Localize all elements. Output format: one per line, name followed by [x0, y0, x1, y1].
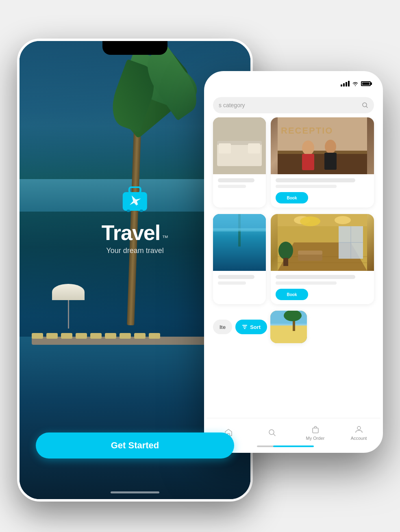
- beach-scene: [270, 311, 307, 343]
- account-label: Account: [351, 436, 367, 441]
- card-title-bar-3: [218, 275, 254, 279]
- svg-point-48: [357, 426, 361, 430]
- book-button-2[interactable]: Book: [276, 289, 308, 300]
- app-tagline: Your dream travel: [106, 247, 163, 255]
- svg-text:RECEPTIO: RECEPTIO: [281, 125, 333, 136]
- reception-scene: RECEPTIO: [271, 117, 374, 174]
- svg-rect-18: [324, 153, 337, 170]
- battery-fill: [362, 82, 370, 85]
- card-title-bar-2: [276, 178, 355, 182]
- my-order-label: My Order: [306, 436, 325, 441]
- svg-rect-3: [140, 210, 143, 212]
- signal-bar-1: [341, 84, 342, 87]
- reception-image: RECEPTIO: [271, 117, 374, 174]
- svg-rect-35: [283, 258, 288, 266]
- svg-rect-38: [242, 325, 247, 326]
- hotel-card-pool[interactable]: [213, 214, 266, 304]
- signal-bars: [341, 81, 350, 87]
- svg-rect-1: [129, 187, 141, 193]
- svg-rect-16: [302, 154, 314, 170]
- app-logo-area: Travel ™ Your dream travel: [102, 183, 168, 255]
- svg-rect-24: [278, 214, 367, 226]
- svg-point-33: [300, 216, 320, 226]
- battery-icon: [361, 81, 371, 86]
- card-row-2: Book: [213, 214, 374, 311]
- card-meta-lobby: Book: [271, 271, 374, 304]
- nav-search[interactable]: [250, 428, 293, 437]
- svg-rect-2: [127, 210, 130, 212]
- card-title-bar-4: [276, 275, 355, 279]
- signal-bar-4: [348, 81, 350, 87]
- search-nav-icon: [267, 428, 277, 437]
- signal-bar-3: [346, 82, 347, 87]
- card-subtitle-bar-3: [218, 281, 246, 285]
- app-trademark: ™: [162, 234, 168, 242]
- book-label-2: Book: [287, 292, 297, 297]
- beach-image: [270, 311, 307, 343]
- bedroom-image: [213, 117, 266, 174]
- card-meta-reception: Book: [271, 174, 374, 208]
- card-meta-bedroom: [213, 174, 266, 196]
- svg-point-46: [269, 430, 274, 435]
- get-started-button[interactable]: Get Started: [36, 433, 234, 458]
- svg-rect-21: [213, 214, 266, 230]
- card-subtitle-bar: [218, 185, 246, 188]
- card-title-bar: [218, 178, 254, 182]
- favorite-filter-button[interactable]: Ite: [213, 320, 232, 334]
- svg-point-34: [278, 242, 293, 260]
- pool-image: [213, 214, 266, 271]
- luggage-icon: [119, 183, 151, 216]
- nav-account[interactable]: Account: [337, 424, 380, 441]
- svg-rect-47: [313, 428, 318, 433]
- hotel-card-beach[interactable]: [270, 311, 307, 343]
- lobby-scene: [271, 214, 374, 271]
- card-subtitle-bar-2: [276, 185, 337, 188]
- card-row-1: RECEPTIO: [213, 117, 374, 214]
- nav-my-order[interactable]: My Order: [293, 424, 337, 441]
- phone-front: s category: [204, 71, 383, 453]
- get-started-label: Get Started: [111, 440, 159, 451]
- search-icon: [362, 102, 368, 108]
- wifi-icon: [352, 81, 359, 87]
- svg-rect-13: [278, 152, 367, 174]
- person-icon: [354, 424, 364, 434]
- bag-icon: [311, 424, 320, 434]
- search-placeholder: s category: [219, 102, 359, 108]
- svg-rect-9: [248, 143, 260, 154]
- svg-rect-14: [278, 151, 367, 154]
- scene: Travel ™ Your dream travel Get Started: [17, 22, 383, 510]
- sort-label: Sort: [250, 324, 261, 330]
- signal-bar-2: [343, 83, 345, 87]
- svg-rect-37: [298, 251, 322, 255]
- lobby-image: [271, 214, 374, 271]
- svg-rect-8: [219, 143, 231, 154]
- svg-rect-39: [243, 327, 246, 327]
- sort-filter-button[interactable]: Sort: [235, 320, 267, 334]
- svg-point-26: [335, 216, 351, 224]
- home-indicator: [111, 491, 159, 493]
- filter-row: Ite Sort: [213, 311, 374, 343]
- hotel-card-bedroom[interactable]: [213, 117, 266, 208]
- bedroom-scene: [213, 117, 266, 174]
- card-subtitle-bar-4: [276, 281, 337, 285]
- app-title: Travel: [102, 222, 160, 243]
- hotel-card-lobby[interactable]: Book: [271, 214, 374, 304]
- status-bar: [207, 74, 380, 94]
- sort-icon: [242, 324, 248, 330]
- favorite-label: Ite: [220, 324, 226, 330]
- svg-point-15: [302, 141, 314, 155]
- svg-rect-40: [244, 328, 246, 329]
- hotel-card-reception[interactable]: RECEPTIO: [271, 117, 374, 208]
- svg-rect-43: [270, 324, 307, 326]
- card-meta-pool: [213, 271, 266, 293]
- pool-scene: [213, 214, 266, 271]
- svg-rect-22: [213, 228, 266, 231]
- book-label-1: Book: [287, 196, 297, 200]
- home-indicator-right: [273, 445, 314, 447]
- content-area: RECEPTIO: [207, 117, 380, 418]
- book-button-1[interactable]: Book: [276, 192, 308, 203]
- notch: [102, 41, 167, 55]
- search-bar[interactable]: s category: [213, 97, 374, 113]
- svg-point-17: [325, 140, 336, 154]
